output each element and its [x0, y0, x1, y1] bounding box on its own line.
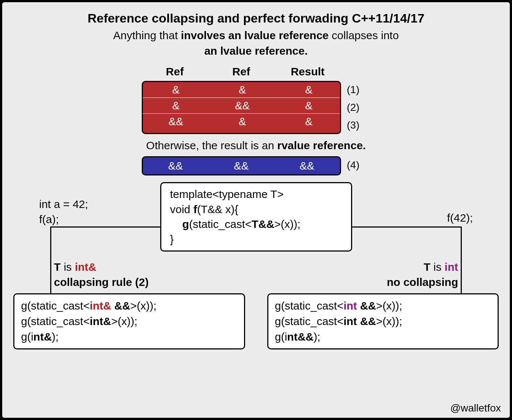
otherwise-bold: rvalue reference. — [277, 139, 366, 151]
cell: && — [143, 115, 209, 128]
otherwise-pre: Otherwise, the result is an — [146, 139, 277, 151]
table-row: & & & — [143, 82, 340, 98]
row-numbers: (1) (2) (3) — [341, 81, 371, 134]
code-line: int a = 42; — [39, 197, 88, 212]
branch-left-label: T is int& collapsing rule (2) — [54, 260, 149, 290]
cell: & — [143, 99, 209, 112]
code-line: f(a); — [39, 212, 88, 227]
subtitle-bold1: involves an lvalue reference — [181, 29, 329, 41]
code-line: g(static_cast<T&&>(x)); — [170, 217, 342, 232]
template-code-box: template<typename T> void f(T&& x){ g(st… — [160, 182, 352, 252]
collapse-table: Ref Ref Result & & & & && & && & & — [142, 64, 371, 134]
row-number: (4) — [341, 156, 371, 174]
table-row: & && & — [143, 98, 340, 113]
result-right-box: g(static_cast<int &&>(x)); g(static_cast… — [267, 293, 499, 349]
subtitle-pre: Anything that — [113, 29, 181, 41]
otherwise-text: Otherwise, the result is an rvalue refer… — [13, 139, 499, 152]
cell: & — [209, 83, 276, 96]
cell: && — [209, 160, 274, 172]
row-number: (1) — [341, 81, 371, 99]
credit: @walletfox — [450, 402, 501, 414]
cell: && — [209, 99, 276, 112]
page-title: Reference collapsing and perfect forwadi… — [13, 11, 499, 25]
cell: & — [276, 115, 342, 128]
cell: & — [143, 83, 209, 96]
diagram-frame: Reference collapsing and perfect forwadi… — [0, 0, 512, 420]
header-ref1: Ref — [142, 64, 208, 81]
code-line: g(int&&); — [275, 329, 491, 345]
code-line: g(static_cast<int &&>(x)); — [275, 314, 491, 329]
cell: && — [274, 160, 340, 172]
code-line: g(int&); — [21, 329, 237, 345]
result-left-box: g(static_cast<int& &&>(x)); g(static_cas… — [13, 293, 245, 349]
code-line: void f(T&& x){ — [170, 202, 342, 217]
cell: & — [209, 115, 276, 128]
rvalue-rule-box: && && && — [142, 156, 341, 175]
table-row: && & & — [143, 113, 340, 129]
code-line: template<typename T> — [170, 187, 342, 202]
row-number: (3) — [341, 116, 371, 134]
subtitle-mid: collapses into — [329, 29, 399, 41]
code-line: g(static_cast<int&>(x)); — [21, 314, 237, 329]
subtitle: Anything that involves an lvalue referen… — [13, 28, 499, 59]
lvalue-rules-box: & & & & && & && & & — [142, 81, 341, 134]
subtitle-bold2: an lvalue reference. — [204, 45, 307, 57]
row-number: (2) — [341, 99, 371, 116]
code-root: int a = 42; f(a); f(42); template<typena… — [13, 182, 499, 256]
cell: && — [143, 160, 209, 172]
code-line: g(static_cast<int &&>(x)); — [275, 298, 491, 314]
code-line: } — [170, 232, 342, 247]
cell: & — [276, 83, 342, 96]
branch-right-label: T is int no collapsing — [387, 260, 458, 290]
code-line: g(static_cast<int& &&>(x)); — [21, 298, 237, 314]
cell: & — [276, 99, 342, 112]
left-call-code: int a = 42; f(a); — [39, 197, 88, 227]
header-result: Result — [275, 64, 341, 81]
header-ref2: Ref — [208, 64, 275, 81]
right-call-code: f(42); — [447, 212, 473, 224]
